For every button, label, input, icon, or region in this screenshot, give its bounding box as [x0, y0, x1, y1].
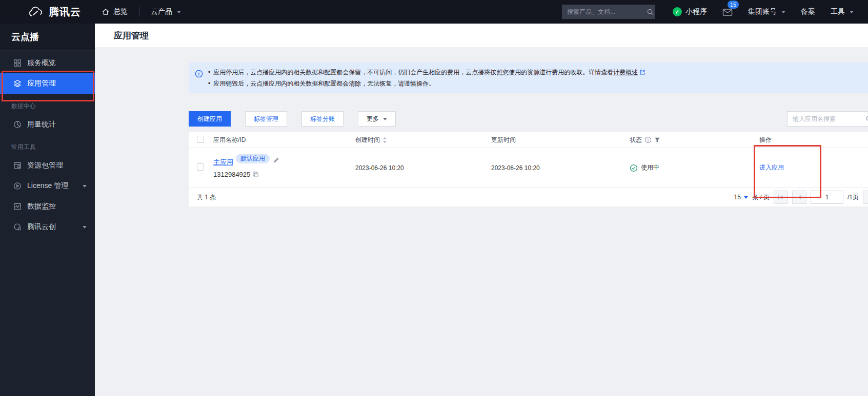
column-action: 操作 — [759, 136, 868, 144]
toolbar: 创建应用 标签管理 标签分账 更多 — [189, 111, 868, 127]
nav-messages[interactable]: 15 — [722, 8, 733, 16]
prev-page-button[interactable] — [792, 191, 806, 204]
app-table: 应用名称/ID 创建时间 更新时间 状态 — [189, 132, 868, 206]
brand-name: 腾讯云 — [49, 5, 81, 19]
topnav-search[interactable] — [562, 5, 655, 19]
column-name-id: 应用名称/ID — [213, 136, 355, 144]
app-id: 1312984925 — [213, 171, 250, 178]
nav-overview[interactable]: 总览 — [102, 7, 128, 16]
first-page-button[interactable] — [774, 191, 788, 204]
pagination: 15 条 / 页 /1页 — [734, 188, 868, 206]
chevron-down-icon — [744, 196, 748, 199]
edit-pencil-icon[interactable] — [272, 156, 279, 163]
page-size-select[interactable]: 15 — [734, 194, 748, 201]
copy-icon[interactable] — [252, 171, 259, 178]
sidebar-item-data-monitor[interactable]: 数据监控 — [0, 196, 95, 217]
miniprogram-icon — [673, 7, 682, 16]
grid-icon — [13, 59, 22, 67]
envelope-icon — [722, 8, 733, 16]
sidebar-item-cloud-create[interactable]: 腾讯云创 — [0, 217, 95, 237]
top-nav: 腾讯云 总览 云产品 — [0, 0, 868, 24]
cloud-create-icon — [13, 223, 22, 231]
sidebar-item-license[interactable]: License 管理 — [0, 176, 95, 196]
nav-miniprogram[interactable]: 小程序 — [673, 7, 707, 16]
nav-beian[interactable]: 备案 — [801, 7, 815, 16]
sidebar-product-title: 云点播 — [0, 24, 95, 51]
chevron-down-icon — [781, 11, 785, 13]
sidebar-item-app-management[interactable]: 应用管理 — [0, 73, 95, 94]
more-button[interactable]: 更多 — [358, 111, 396, 127]
sort-icon[interactable] — [382, 137, 387, 143]
chevron-down-icon[interactable] — [83, 185, 87, 187]
play-circle-icon — [13, 182, 22, 190]
table-header-row: 应用名称/ID 创建时间 更新时间 状态 — [189, 132, 868, 148]
sidebar-section-common-tools: 常用工具 — [0, 139, 95, 155]
per-page-label: 条 / 页 — [752, 193, 770, 202]
chevron-down-icon[interactable] — [83, 226, 87, 228]
total-count: 共 1 条 — [197, 193, 216, 202]
page-number-input[interactable] — [811, 191, 843, 204]
chevron-down-icon — [383, 118, 387, 120]
create-app-button[interactable]: 创建应用 — [189, 111, 231, 127]
table-footer: 共 1 条 15 条 / 页 — [189, 188, 868, 206]
row-checkbox[interactable] — [197, 163, 204, 171]
monitor-icon — [13, 202, 22, 211]
check-circle-icon — [630, 164, 638, 172]
nav-divider — [139, 7, 139, 16]
default-app-badge: 默认应用 — [236, 154, 270, 163]
filter-funnel-icon[interactable] — [654, 137, 660, 143]
chevron-down-icon — [850, 11, 854, 13]
package-icon — [13, 161, 22, 170]
search-icon[interactable] — [647, 8, 654, 16]
nav-group-account[interactable]: 集团账号 — [748, 7, 785, 16]
page-total-label: /1页 — [847, 193, 859, 202]
layers-icon — [13, 79, 22, 88]
home-icon — [102, 8, 110, 16]
enter-app-link[interactable]: 进入应用 — [759, 164, 784, 171]
tag-split-button[interactable]: 标签分账 — [301, 111, 344, 127]
column-updated: 更新时间 — [491, 136, 630, 144]
column-status: 状态 — [630, 136, 759, 144]
column-created: 创建时间 — [355, 136, 491, 144]
banner-bullet-2: •应用销毁后，云点播应用内的相关数据和配置都会清除，无法恢复，请谨慎操作。 — [208, 78, 645, 89]
status-badge: 使用中 — [630, 163, 759, 172]
banner-bullet-1: •应用停用后，云点播应用内的相关数据和配置都会保留，不可访问，仍旧会产生相应的费… — [208, 67, 645, 78]
external-link-icon[interactable] — [639, 70, 645, 77]
info-circle-icon — [195, 70, 203, 78]
next-page-button[interactable] — [863, 191, 868, 204]
table-row: 主应用 默认应用 1312984925 — [189, 148, 868, 188]
info-banner: •应用停用后，云点播应用内的相关数据和配置都会保留，不可访问，仍旧会产生相应的费… — [189, 62, 868, 93]
chevron-down-icon — [177, 11, 181, 13]
app-search-input[interactable] — [793, 115, 865, 122]
sidebar-item-usage-stats[interactable]: 用量统计 — [0, 114, 95, 135]
app-name-link[interactable]: 主应用 — [213, 158, 233, 167]
screen: 腾讯云 总览 云产品 — [0, 0, 868, 396]
page-header: 应用管理 — [95, 24, 868, 47]
nav-tools[interactable]: 工具 — [831, 7, 854, 16]
updated-time: 2023-06-26 10:20 — [491, 164, 630, 172]
sidebar-section-data-center: 数据中心 — [0, 98, 95, 114]
brand-logo[interactable]: 腾讯云 — [29, 5, 81, 19]
app-search-box[interactable] — [787, 111, 868, 127]
tag-manage-button[interactable]: 标签管理 — [245, 111, 287, 127]
billing-overview-link[interactable]: 计费概述 — [613, 69, 638, 76]
pie-chart-icon — [13, 120, 22, 129]
message-count-badge: 15 — [728, 1, 739, 9]
sidebar-item-resource-pack[interactable]: 资源包管理 — [0, 155, 95, 176]
created-time: 2023-06-26 10:20 — [355, 164, 491, 172]
topnav-search-input[interactable] — [567, 8, 647, 15]
search-icon[interactable] — [865, 115, 868, 122]
tencent-cloud-logo-icon — [29, 6, 44, 17]
main-area: 应用管理 •应用停用后，云点播应用内的相关数据和配置都会保留，不可访问，仍旧会产… — [95, 24, 868, 396]
nav-products[interactable]: 云产品 — [151, 7, 181, 16]
sidebar-item-service-overview[interactable]: 服务概览 — [0, 53, 95, 73]
info-circle-icon[interactable] — [644, 136, 652, 143]
sidebar: 云点播 服务概览 应用管理 数据中心 — [0, 24, 95, 396]
select-all-checkbox[interactable] — [197, 136, 204, 143]
page-title: 应用管理 — [114, 30, 149, 41]
